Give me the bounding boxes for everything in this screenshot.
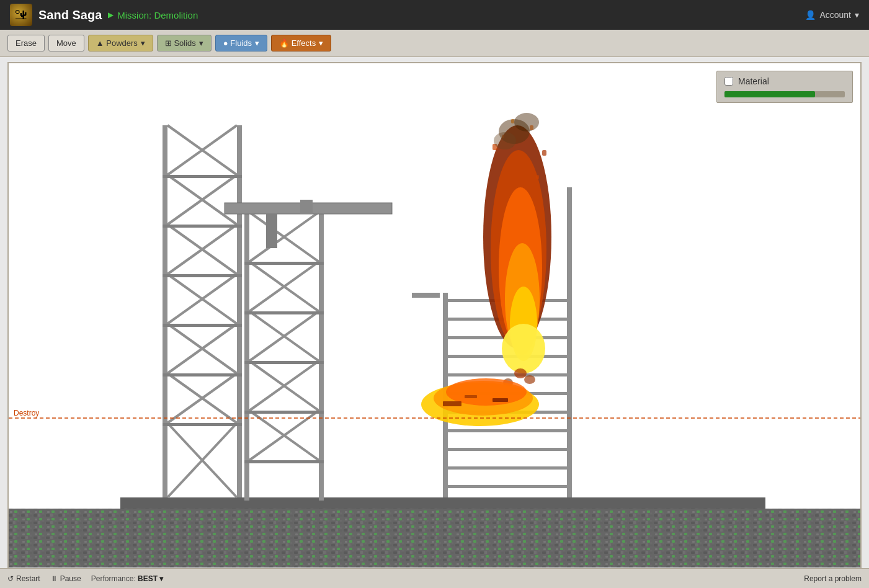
svg-rect-36 (244, 212, 249, 501)
performance-value: BEST ▾ (138, 574, 163, 583)
svg-rect-31 (163, 225, 242, 228)
powders-arrow: ▾ (141, 38, 145, 48)
performance-label: Performance: BEST ▾ (91, 574, 164, 583)
svg-rect-62 (443, 373, 572, 376)
svg-point-83 (514, 113, 539, 131)
restart-icon: ↺ (7, 574, 14, 583)
move-button[interactable]: Move (48, 35, 84, 51)
svg-rect-49 (244, 311, 324, 314)
solids-arrow: ▾ (199, 38, 203, 48)
svg-rect-52 (244, 460, 324, 463)
pause-icon: ⏸ (50, 574, 58, 583)
svg-rect-54 (266, 214, 277, 248)
simulation-canvas[interactable]: Material /* dots rendered in pixel art s… (7, 62, 862, 571)
svg-rect-65 (443, 429, 572, 432)
powders-button[interactable]: ▲ Powders ▾ (88, 35, 153, 51)
powders-label: ▲ Powders (96, 38, 138, 48)
svg-rect-35 (163, 423, 242, 426)
svg-rect-51 (244, 411, 324, 414)
svg-rect-55 (300, 200, 313, 214)
person-icon: 👤 (805, 10, 816, 20)
svg-rect-32 (163, 274, 242, 277)
svg-point-87 (524, 375, 535, 384)
footer: ↺ Restart ⏸ Pause Performance: BEST ▾ Re… (0, 568, 869, 588)
svg-rect-50 (244, 361, 324, 364)
svg-rect-33 (163, 324, 242, 327)
svg-rect-14 (163, 125, 167, 497)
header-left: 🏜 Sand Saga Mission: Demolition (10, 4, 198, 26)
svg-point-85 (514, 368, 527, 378)
svg-rect-66 (443, 448, 572, 451)
toolbar: Erase Move ▲ Powders ▾ ⊞ Solids ▾ ● Flui… (0, 30, 869, 57)
svg-rect-79 (542, 150, 546, 156)
effects-arrow: ▾ (319, 38, 323, 48)
svg-point-75 (502, 324, 545, 373)
fluids-arrow: ▾ (255, 38, 259, 48)
svg-rect-37 (319, 212, 324, 501)
mission-label: Mission: Demolition (108, 10, 198, 20)
restart-button[interactable]: ↺ Restart (7, 574, 40, 583)
svg-rect-91 (443, 401, 461, 406)
header: 🏜 Sand Saga Mission: Demolition 👤 Accoun… (0, 0, 869, 30)
footer-left: ↺ Restart ⏸ Pause Performance: BEST ▾ (7, 574, 163, 583)
erase-button[interactable]: Erase (7, 35, 45, 51)
svg-rect-93 (465, 395, 477, 398)
svg-text:Destroy: Destroy (14, 409, 39, 417)
svg-rect-68 (443, 485, 572, 488)
svg-rect-81 (536, 175, 539, 179)
svg-rect-0 (120, 497, 765, 510)
performance-dropdown-arrow: ▾ (159, 574, 163, 583)
svg-rect-34 (163, 373, 242, 376)
svg-rect-15 (237, 125, 242, 497)
svg-rect-67 (443, 466, 572, 470)
solids-label: ⊞ Solids (165, 38, 196, 48)
logo-icon: 🏜 (10, 4, 32, 26)
solids-button[interactable]: ⊞ Solids ▾ (157, 35, 212, 51)
pause-button[interactable]: ⏸ Pause (50, 574, 81, 583)
svg-rect-2 (9, 509, 860, 568)
svg-rect-30 (163, 175, 242, 178)
fluids-label: ● Fluids (223, 38, 252, 48)
svg-point-84 (494, 132, 516, 149)
svg-rect-48 (244, 262, 324, 265)
app-title: Sand Saga (38, 8, 102, 22)
report-problem-link[interactable]: Report a problem (804, 574, 862, 583)
account-button[interactable]: 👤 Account ▾ (805, 10, 859, 20)
svg-rect-69 (412, 293, 440, 298)
fluids-button[interactable]: ● Fluids ▾ (215, 35, 267, 51)
effects-button[interactable]: 🔥 Effects ▾ (271, 35, 331, 51)
effects-label: 🔥 Effects (279, 38, 316, 48)
svg-rect-92 (492, 398, 508, 402)
